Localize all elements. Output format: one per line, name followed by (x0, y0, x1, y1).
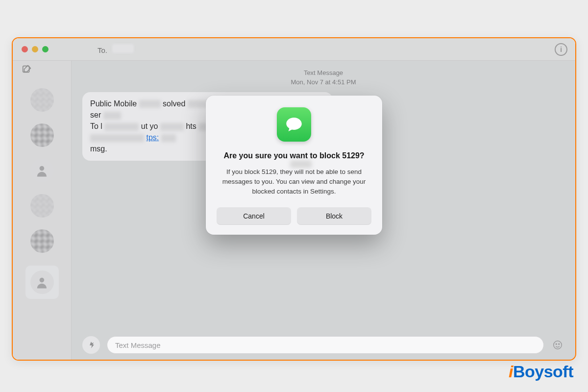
msg-text: msg. (90, 145, 107, 153)
conversation-avatar-selected[interactable] (25, 266, 59, 299)
svg-point-5 (559, 343, 560, 344)
smiley-icon (552, 340, 563, 350)
redacted-text (104, 123, 139, 131)
conversation-avatar[interactable] (30, 123, 54, 147)
redacted-text (160, 123, 184, 131)
to-recipient-redacted (112, 44, 134, 53)
details-button[interactable]: i (555, 43, 567, 56)
app-store-icon (87, 341, 96, 349)
to-label: To. (98, 46, 107, 54)
compose-icon (22, 64, 32, 74)
cancel-button[interactable]: Cancel (217, 207, 291, 225)
message-timestamp: Mon, Nov 7 at 4:51 PM (82, 78, 564, 87)
msg-text: ut yo (141, 122, 158, 130)
compose-row: Text Message (82, 331, 564, 354)
dialog-body: If you block 5129, they will not be able… (217, 167, 371, 197)
emoji-button[interactable] (551, 338, 564, 352)
redacted-text (161, 134, 176, 142)
messages-app-icon (277, 107, 311, 142)
message-link[interactable]: tps: (146, 133, 159, 142)
conversation-avatar[interactable] (30, 194, 54, 218)
message-type-label: Text Message (82, 69, 564, 78)
watermark: iBoysoft (509, 362, 573, 381)
person-icon (35, 164, 49, 178)
svg-point-1 (40, 166, 45, 171)
conversations-sidebar (13, 61, 72, 360)
block-contact-dialog: Are you sure you want to block 5129? If … (206, 96, 382, 235)
svg-point-4 (556, 343, 557, 344)
speech-bubble-icon (284, 114, 304, 135)
titlebar: To. i (13, 38, 575, 61)
redacted-text (139, 100, 161, 108)
close-window-button[interactable] (22, 46, 28, 52)
conversation-avatar[interactable] (30, 159, 54, 182)
compose-button[interactable] (22, 64, 32, 76)
svg-point-2 (40, 277, 45, 282)
conversation-meta: Text Message Mon, Nov 7 at 4:51 PM (82, 69, 564, 87)
apps-button[interactable] (82, 336, 100, 354)
msg-text: solved (163, 99, 188, 108)
zoom-window-button[interactable] (42, 46, 49, 52)
redacted-text (103, 112, 121, 120)
window-controls (22, 46, 49, 52)
conversation-avatar[interactable] (30, 229, 54, 253)
watermark-i: i (509, 362, 513, 381)
svg-point-3 (554, 341, 562, 349)
message-input-placeholder: Text Message (115, 341, 161, 349)
redacted-text (90, 134, 144, 142)
msg-text: ser (90, 111, 101, 119)
dialog-title: Are you sure you want to block 5129? (217, 150, 371, 161)
minimize-window-button[interactable] (32, 46, 38, 52)
person-icon (35, 275, 49, 290)
msg-text: Public Mobile (90, 99, 139, 108)
block-button[interactable]: Block (297, 207, 371, 225)
to-field: To. (98, 44, 134, 54)
msg-text: To l (90, 122, 102, 130)
conversation-avatar[interactable] (30, 88, 54, 112)
message-input[interactable]: Text Message (107, 336, 544, 354)
msg-text: hts (186, 122, 196, 130)
info-icon: i (560, 45, 562, 53)
watermark-rest: Boysoft (513, 362, 573, 381)
